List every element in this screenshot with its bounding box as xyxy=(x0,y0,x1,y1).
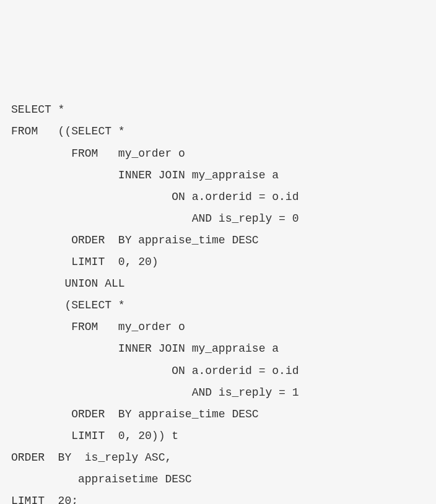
code-line: ORDER BY appraise_time DESC xyxy=(11,404,425,425)
code-line: (SELECT * xyxy=(11,295,425,316)
code-line: AND is_reply = 1 xyxy=(11,382,425,404)
code-line: SELECT * xyxy=(11,99,425,121)
code-line: AND is_reply = 0 xyxy=(11,208,425,230)
code-line: ON a.orderid = o.id xyxy=(11,360,425,382)
code-line: FROM my_order o xyxy=(11,143,425,165)
code-line: LIMIT 0, 20) xyxy=(11,251,425,273)
code-line: appraisetime DESC xyxy=(11,469,425,490)
code-line: LIMIT 20; xyxy=(11,490,425,504)
code-line: ORDER BY appraise_time DESC xyxy=(11,230,425,251)
code-line: LIMIT 0, 20)) t xyxy=(11,425,425,447)
code-line: INNER JOIN my_appraise a xyxy=(11,338,425,360)
code-line: UNION ALL xyxy=(11,273,425,295)
code-line: ON a.orderid = o.id xyxy=(11,186,425,208)
code-line: FROM my_order o xyxy=(11,316,425,338)
code-line: FROM ((SELECT * xyxy=(11,121,425,142)
code-line: ORDER BY is_reply ASC, xyxy=(11,447,425,469)
sql-code-block: SELECT *FROM ((SELECT * FROM my_order o … xyxy=(11,99,425,504)
code-line: INNER JOIN my_appraise a xyxy=(11,165,425,186)
